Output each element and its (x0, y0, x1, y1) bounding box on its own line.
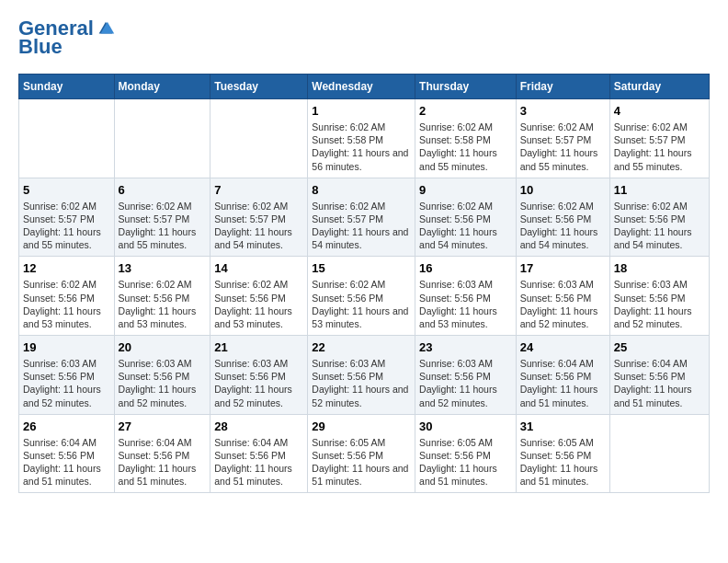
day-info: Sunrise: 6:03 AMSunset: 5:56 PMDaylight:… (419, 278, 512, 330)
day-info: Sunrise: 6:02 AMSunset: 5:57 PMDaylight:… (614, 121, 705, 173)
day-info: Sunrise: 6:02 AMSunset: 5:56 PMDaylight:… (214, 278, 303, 330)
calendar-cell (114, 99, 210, 178)
weekday-header-tuesday: Tuesday (210, 75, 308, 99)
day-number: 9 (419, 183, 512, 197)
day-number: 28 (214, 419, 303, 433)
calendar-cell: 13Sunrise: 6:02 AMSunset: 5:56 PMDayligh… (114, 257, 210, 336)
calendar-cell: 31Sunrise: 6:05 AMSunset: 5:56 PMDayligh… (516, 414, 609, 493)
day-info: Sunrise: 6:05 AMSunset: 5:56 PMDaylight:… (419, 436, 512, 488)
day-number: 1 (312, 104, 411, 118)
day-info: Sunrise: 6:03 AMSunset: 5:56 PMDaylight:… (419, 357, 512, 409)
weekday-header-saturday: Saturday (609, 75, 709, 99)
calendar-cell: 5Sunrise: 6:02 AMSunset: 5:57 PMDaylight… (19, 178, 115, 257)
calendar-cell: 15Sunrise: 6:02 AMSunset: 5:56 PMDayligh… (308, 257, 415, 336)
day-number: 16 (419, 261, 512, 275)
day-info: Sunrise: 6:02 AMSunset: 5:56 PMDaylight:… (520, 200, 606, 252)
calendar-cell: 9Sunrise: 6:02 AMSunset: 5:56 PMDaylight… (415, 178, 517, 257)
calendar-cell: 29Sunrise: 6:05 AMSunset: 5:56 PMDayligh… (308, 414, 415, 493)
calendar-cell: 18Sunrise: 6:03 AMSunset: 5:56 PMDayligh… (609, 257, 709, 336)
day-number: 27 (119, 419, 207, 433)
calendar-cell: 17Sunrise: 6:03 AMSunset: 5:56 PMDayligh… (516, 257, 609, 336)
weekday-header-row: SundayMondayTuesdayWednesdayThursdayFrid… (19, 75, 710, 99)
day-info: Sunrise: 6:04 AMSunset: 5:56 PMDaylight:… (23, 436, 110, 488)
day-info: Sunrise: 6:02 AMSunset: 5:57 PMDaylight:… (119, 200, 207, 252)
weekday-header-friday: Friday (516, 75, 609, 99)
calendar-cell: 21Sunrise: 6:03 AMSunset: 5:56 PMDayligh… (210, 336, 308, 415)
weekday-header-thursday: Thursday (415, 75, 517, 99)
calendar-cell: 7Sunrise: 6:02 AMSunset: 5:57 PMDaylight… (210, 178, 308, 257)
day-number: 22 (312, 340, 411, 354)
calendar-cell (210, 99, 308, 178)
day-info: Sunrise: 6:02 AMSunset: 5:58 PMDaylight:… (312, 121, 411, 173)
calendar-cell: 10Sunrise: 6:02 AMSunset: 5:56 PMDayligh… (516, 178, 609, 257)
calendar-cell (609, 414, 709, 493)
day-info: Sunrise: 6:02 AMSunset: 5:57 PMDaylight:… (312, 200, 411, 252)
calendar-cell: 16Sunrise: 6:03 AMSunset: 5:56 PMDayligh… (415, 257, 517, 336)
day-number: 19 (23, 340, 110, 354)
day-number: 15 (312, 261, 411, 275)
page-header: General Blue (18, 18, 710, 59)
calendar-cell: 1Sunrise: 6:02 AMSunset: 5:58 PMDaylight… (308, 99, 415, 178)
calendar-cell: 22Sunrise: 6:03 AMSunset: 5:56 PMDayligh… (308, 336, 415, 415)
day-info: Sunrise: 6:05 AMSunset: 5:56 PMDaylight:… (312, 436, 411, 488)
calendar-week-3: 12Sunrise: 6:02 AMSunset: 5:56 PMDayligh… (19, 257, 710, 336)
day-info: Sunrise: 6:03 AMSunset: 5:56 PMDaylight:… (614, 278, 705, 330)
day-number: 25 (614, 340, 705, 354)
day-info: Sunrise: 6:04 AMSunset: 5:56 PMDaylight:… (614, 357, 705, 409)
calendar-cell: 25Sunrise: 6:04 AMSunset: 5:56 PMDayligh… (609, 336, 709, 415)
day-number: 3 (520, 104, 606, 118)
logo: General Blue (18, 18, 116, 59)
calendar-cell: 23Sunrise: 6:03 AMSunset: 5:56 PMDayligh… (415, 336, 517, 415)
calendar-cell: 3Sunrise: 6:02 AMSunset: 5:57 PMDaylight… (516, 99, 609, 178)
day-info: Sunrise: 6:02 AMSunset: 5:58 PMDaylight:… (419, 121, 512, 173)
day-number: 12 (23, 261, 110, 275)
day-number: 29 (312, 419, 411, 433)
calendar-cell: 26Sunrise: 6:04 AMSunset: 5:56 PMDayligh… (19, 414, 115, 493)
calendar-cell: 28Sunrise: 6:04 AMSunset: 5:56 PMDayligh… (210, 414, 308, 493)
day-number: 24 (520, 340, 606, 354)
calendar-week-5: 26Sunrise: 6:04 AMSunset: 5:56 PMDayligh… (19, 414, 710, 493)
day-number: 30 (419, 419, 512, 433)
day-number: 5 (23, 183, 110, 197)
day-number: 14 (214, 261, 303, 275)
day-number: 7 (214, 183, 303, 197)
day-number: 11 (614, 183, 705, 197)
weekday-header-wednesday: Wednesday (308, 75, 415, 99)
calendar-table: SundayMondayTuesdayWednesdayThursdayFrid… (18, 74, 710, 493)
calendar-cell: 27Sunrise: 6:04 AMSunset: 5:56 PMDayligh… (114, 414, 210, 493)
day-info: Sunrise: 6:02 AMSunset: 5:57 PMDaylight:… (214, 200, 303, 252)
calendar-week-1: 1Sunrise: 6:02 AMSunset: 5:58 PMDaylight… (19, 99, 710, 178)
day-number: 8 (312, 183, 411, 197)
calendar-week-2: 5Sunrise: 6:02 AMSunset: 5:57 PMDaylight… (19, 178, 710, 257)
day-info: Sunrise: 6:04 AMSunset: 5:56 PMDaylight:… (214, 436, 303, 488)
day-info: Sunrise: 6:03 AMSunset: 5:56 PMDaylight:… (119, 357, 207, 409)
day-info: Sunrise: 6:03 AMSunset: 5:56 PMDaylight:… (23, 357, 110, 409)
day-info: Sunrise: 6:03 AMSunset: 5:56 PMDaylight:… (312, 357, 411, 409)
day-number: 2 (419, 104, 512, 118)
day-number: 13 (119, 261, 207, 275)
day-number: 20 (119, 340, 207, 354)
day-number: 18 (614, 261, 705, 275)
day-number: 26 (23, 419, 110, 433)
calendar-cell (19, 99, 115, 178)
day-info: Sunrise: 6:03 AMSunset: 5:56 PMDaylight:… (214, 357, 303, 409)
day-info: Sunrise: 6:02 AMSunset: 5:56 PMDaylight:… (614, 200, 705, 252)
calendar-cell: 4Sunrise: 6:02 AMSunset: 5:57 PMDaylight… (609, 99, 709, 178)
calendar-cell: 12Sunrise: 6:02 AMSunset: 5:56 PMDayligh… (19, 257, 115, 336)
day-number: 4 (614, 104, 705, 118)
day-number: 21 (214, 340, 303, 354)
day-number: 10 (520, 183, 606, 197)
calendar-cell: 30Sunrise: 6:05 AMSunset: 5:56 PMDayligh… (415, 414, 517, 493)
day-info: Sunrise: 6:02 AMSunset: 5:56 PMDaylight:… (119, 278, 207, 330)
day-info: Sunrise: 6:03 AMSunset: 5:56 PMDaylight:… (520, 278, 606, 330)
day-number: 17 (520, 261, 606, 275)
calendar-cell: 24Sunrise: 6:04 AMSunset: 5:56 PMDayligh… (516, 336, 609, 415)
calendar-cell: 6Sunrise: 6:02 AMSunset: 5:57 PMDaylight… (114, 178, 210, 257)
calendar-cell: 8Sunrise: 6:02 AMSunset: 5:57 PMDaylight… (308, 178, 415, 257)
day-number: 31 (520, 419, 606, 433)
day-info: Sunrise: 6:02 AMSunset: 5:56 PMDaylight:… (23, 278, 110, 330)
day-info: Sunrise: 6:04 AMSunset: 5:56 PMDaylight:… (520, 357, 606, 409)
calendar-cell: 19Sunrise: 6:03 AMSunset: 5:56 PMDayligh… (19, 336, 115, 415)
weekday-header-monday: Monday (114, 75, 210, 99)
logo-icon (96, 18, 116, 39)
